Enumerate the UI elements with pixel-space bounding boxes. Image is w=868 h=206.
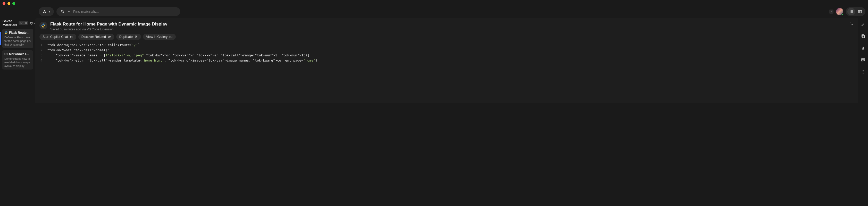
close-window-button[interactable] — [3, 2, 5, 5]
pencil-icon — [861, 22, 865, 27]
start-copilot-chat-button[interactable]: Start Copilot Chat — [39, 34, 76, 40]
list-icon — [849, 9, 853, 14]
related-icon — [107, 35, 111, 39]
comment-icon — [861, 58, 865, 62]
list-view-button[interactable] — [847, 8, 855, 15]
search-bar[interactable]: ▾ — [57, 7, 180, 16]
duplicate-button[interactable]: Duplicate — [116, 34, 141, 40]
line-numbers: 1234 — [39, 42, 47, 63]
more-vertical-icon — [861, 70, 865, 74]
history-button[interactable]: ▾ — [30, 20, 35, 26]
sidebar-item-title: Markdown Image S… — [9, 52, 31, 56]
sidebar: Saved Materials 1/188 ▾ Flask Rout — [0, 18, 35, 103]
share-user-button[interactable] — [860, 45, 866, 52]
kbd-hint: / — [829, 9, 834, 14]
copilot-icon — [70, 35, 73, 39]
svg-point-16 — [108, 36, 109, 38]
chip-label: Duplicate — [119, 35, 133, 39]
shapes-icon — [42, 9, 47, 14]
svg-rect-0 — [43, 12, 44, 13]
svg-rect-11 — [860, 10, 862, 12]
expand-icon — [849, 22, 853, 25]
right-rail — [858, 18, 868, 103]
view-in-gallery-button[interactable]: View in Gallery — [143, 34, 176, 40]
edit-button[interactable] — [860, 21, 866, 28]
svg-point-21 — [170, 37, 171, 37]
sidebar-item[interactable]: Markdown Image S… Demonstrates how to us… — [2, 50, 33, 70]
sidebar-item-title: Flask Route for Ho… — [9, 31, 31, 35]
gallery-icon — [169, 35, 173, 39]
python-icon — [4, 31, 8, 35]
chip-label: View in Gallery — [146, 35, 167, 39]
discover-related-button[interactable]: Discover Related — [79, 34, 114, 40]
svg-point-29 — [863, 73, 863, 74]
detail-title: Flask Route for Home Page with Dynamic I… — [50, 22, 167, 27]
sidebar-item[interactable]: Flask Route for Ho… Defines a Flask rout… — [2, 29, 33, 48]
sidebar-header: Saved Materials 1/188 ▾ — [2, 19, 33, 27]
copy-button[interactable] — [860, 33, 866, 40]
chip-label: Start Copilot Chat — [42, 35, 68, 39]
duplicate-icon — [134, 35, 138, 39]
user-link-icon — [861, 46, 865, 50]
markdown-icon — [4, 52, 8, 56]
svg-point-2 — [61, 10, 63, 12]
columns-icon — [858, 9, 862, 14]
svg-rect-23 — [862, 35, 864, 38]
chevron-down-icon: ▾ — [49, 10, 50, 13]
count-badge: 1/188 — [19, 21, 28, 25]
action-chips: Start Copilot Chat Discover Related Dupl… — [39, 34, 853, 40]
code-content: "tok-dec">@"tok-var">app."tok-call">rout… — [47, 42, 317, 63]
detail-subtitle: Saved 38 minutes ago via VS Code Extensi… — [50, 28, 167, 31]
python-icon — [41, 23, 45, 28]
copy-icon — [861, 34, 865, 39]
chip-label: Discover Related — [82, 35, 106, 39]
expand-button[interactable] — [849, 22, 853, 26]
view-toggle — [846, 7, 865, 16]
svg-line-3 — [63, 12, 64, 13]
search-input[interactable] — [73, 9, 176, 14]
detail-panel: Flask Route for Home Page with Dynamic I… — [35, 18, 858, 103]
svg-rect-18 — [135, 36, 136, 37]
svg-rect-10 — [859, 10, 860, 12]
sidebar-item-desc: Defines a Flask route for the home page … — [4, 36, 31, 46]
presence-indicator — [841, 13, 843, 15]
svg-point-14 — [70, 36, 71, 37]
window-titlebar — [0, 0, 868, 7]
history-icon — [30, 21, 33, 25]
language-chip — [39, 22, 47, 29]
maximize-window-button[interactable] — [12, 2, 15, 5]
svg-rect-22 — [862, 35, 864, 37]
code-block[interactable]: 1234 "tok-dec">@"tok-var">app."tok-call"… — [39, 42, 853, 63]
svg-point-24 — [862, 46, 864, 48]
chevron-down-icon: ▾ — [68, 10, 70, 13]
sidebar-item-desc: Demonstrates how to use Markdown image s… — [4, 57, 31, 67]
shapes-filter-button[interactable]: ▾ — [39, 7, 54, 16]
svg-point-28 — [863, 72, 863, 72]
svg-point-15 — [72, 36, 72, 37]
more-button[interactable] — [860, 68, 866, 75]
search-icon — [61, 9, 65, 14]
avatar[interactable] — [836, 8, 843, 15]
topbar: ▾ ▾ / — [0, 7, 868, 18]
comment-button[interactable] — [860, 57, 866, 63]
svg-rect-19 — [135, 36, 137, 38]
svg-point-17 — [109, 36, 111, 38]
svg-point-1 — [45, 12, 46, 13]
sidebar-title: Saved Materials — [3, 19, 17, 27]
columns-view-button[interactable] — [856, 8, 864, 15]
svg-rect-20 — [169, 36, 172, 38]
svg-point-27 — [863, 70, 863, 71]
minimize-window-button[interactable] — [7, 2, 10, 5]
